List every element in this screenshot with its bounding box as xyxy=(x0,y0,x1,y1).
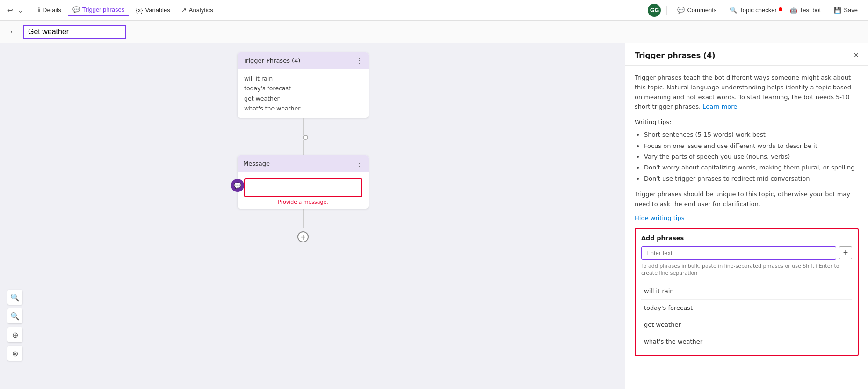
page-title-input[interactable] xyxy=(23,25,126,39)
message-node: Message ⋮ 💬 Provide a message. xyxy=(238,155,369,209)
details-label: Details xyxy=(43,7,61,14)
bulk-hint: To add phrases in bulk, paste in line-se… xyxy=(641,263,852,277)
tip-1: Short sentences (5-15 words) work best xyxy=(644,129,859,140)
details-tab[interactable]: ℹ Details xyxy=(33,5,66,15)
panel-description-text: Trigger phrases teach the bot different … xyxy=(635,74,851,110)
trigger-phrase-2: today's forecast xyxy=(244,83,362,93)
tip-2: Focus on one issue and use different wor… xyxy=(644,140,859,151)
trigger-phrase-3: get weather xyxy=(244,94,362,103)
trigger-phrase-4: what's the weather xyxy=(244,103,362,113)
add-step-button[interactable]: + xyxy=(297,231,309,242)
comments-icon: 💬 xyxy=(677,7,685,14)
page-title-bar: ← xyxy=(0,21,868,43)
topic-checker-label: Topic checker xyxy=(739,7,776,14)
canvas-area[interactable]: Trigger Phrases (4) ⋮ will it rain today… xyxy=(0,43,625,389)
panel-phrase-4: what's the weather xyxy=(641,333,852,350)
stop-button[interactable]: ⊗ xyxy=(7,346,22,361)
undo-button[interactable]: ↩ xyxy=(6,5,15,16)
topic-checker-icon: 🔍 xyxy=(730,7,737,14)
panel-title: Trigger phrases (4) xyxy=(635,51,716,60)
right-panel: Trigger phrases (4) × Trigger phrases te… xyxy=(625,43,868,389)
locate-button[interactable]: ⊕ xyxy=(7,327,22,342)
trigger-node-title: Trigger Phrases (4) xyxy=(243,57,300,64)
details-icon: ℹ xyxy=(38,7,40,14)
connector-dot-1 xyxy=(303,135,308,140)
zoom-in-icon: 🔍 xyxy=(10,293,20,302)
topic-checker-button[interactable]: 🔍 Topic checker xyxy=(725,5,781,15)
trigger-phrases-node: Trigger Phrases (4) ⋮ will it rain today… xyxy=(238,52,369,118)
add-phrases-title: Add phrases xyxy=(641,235,852,242)
message-node-menu-button[interactable]: ⋮ xyxy=(355,159,363,168)
message-node-body: 💬 xyxy=(238,172,369,199)
panel-body: Trigger phrases teach the bot different … xyxy=(625,66,868,364)
comments-label: Comments xyxy=(687,7,716,14)
message-node-title: Message xyxy=(243,160,270,167)
toolbar-right: GG 💬 Comments 🔍 Topic checker 🤖 Test bot… xyxy=(648,4,862,17)
test-bot-icon: 🤖 xyxy=(790,7,797,14)
add-phrases-box: Add phrases + To add phrases in bulk, pa… xyxy=(635,228,859,356)
comments-button[interactable]: 💬 Comments xyxy=(673,5,721,15)
variables-icon: {x} xyxy=(136,7,143,14)
connector-1 xyxy=(303,118,304,155)
redo-icon: ⌄ xyxy=(18,7,23,14)
panel-phrase-1: will it rain xyxy=(641,283,852,300)
tip-4: Don't worry about capitalizing words, ma… xyxy=(644,162,859,173)
unique-note: Trigger phrases should be unique to this… xyxy=(635,190,859,209)
left-tools: 🔍 🔍 ⊕ ⊗ xyxy=(7,290,22,361)
main-layout: Trigger Phrases (4) ⋮ will it rain today… xyxy=(0,43,868,389)
toolbar-left: ↩ ⌄ ℹ Details 💬 Trigger phrases {x} Vari… xyxy=(6,4,646,16)
trigger-icon: 💬 xyxy=(72,6,80,13)
notification-dot xyxy=(779,7,782,11)
test-bot-button[interactable]: 🤖 Test bot xyxy=(785,5,826,15)
phrase-add-button[interactable]: + xyxy=(839,246,852,259)
message-input-box[interactable] xyxy=(244,178,362,197)
flow-container: Trigger Phrases (4) ⋮ will it rain today… xyxy=(238,52,369,246)
connector-line-2 xyxy=(303,140,304,155)
variables-tab[interactable]: {x} Variables xyxy=(131,5,174,15)
writing-tips-list: Short sentences (5-15 words) work best F… xyxy=(635,129,859,184)
locate-icon: ⊕ xyxy=(12,330,18,339)
learn-more-link[interactable]: Learn more xyxy=(702,103,737,110)
zoom-out-button[interactable]: 🔍 xyxy=(7,308,22,323)
redo-button[interactable]: ⌄ xyxy=(16,5,25,16)
phrase-input[interactable] xyxy=(641,246,836,260)
trigger-phrases-label: Trigger phrases xyxy=(82,6,125,13)
message-icon: 💬 xyxy=(231,179,244,192)
tip-3: Vary the parts of speech you use (nouns,… xyxy=(644,151,859,162)
zoom-in-button[interactable]: 🔍 xyxy=(7,290,22,305)
analytics-label: Analytics xyxy=(189,7,213,14)
divider-1 xyxy=(29,6,29,15)
message-error: Provide a message. xyxy=(238,199,369,209)
hide-tips-link[interactable]: Hide writing tips xyxy=(635,214,684,221)
toolbar: ↩ ⌄ ℹ Details 💬 Trigger phrases {x} Vari… xyxy=(0,0,868,21)
panel-phrase-3: get weather xyxy=(641,316,852,333)
bottom-connector: + xyxy=(297,209,309,246)
trigger-phrase-1: will it rain xyxy=(244,73,362,83)
panel-phrase-2: today's forecast xyxy=(641,300,852,316)
trigger-node-header: Trigger Phrases (4) ⋮ xyxy=(238,52,369,69)
analytics-icon: ↗ xyxy=(181,7,187,14)
avatar: GG xyxy=(648,4,661,17)
divider-2 xyxy=(666,6,667,15)
panel-header: Trigger phrases (4) × xyxy=(625,43,868,66)
save-icon: 💾 xyxy=(834,7,841,14)
connector-line-1 xyxy=(303,118,304,135)
save-button[interactable]: 💾 Save xyxy=(829,5,862,15)
panel-close-button[interactable]: × xyxy=(854,51,859,60)
back-button[interactable]: ← xyxy=(7,26,19,38)
trigger-phrases-tab[interactable]: 💬 Trigger phrases xyxy=(68,4,130,16)
bottom-line xyxy=(303,209,304,228)
analytics-tab[interactable]: ↗ Analytics xyxy=(177,5,218,15)
message-node-header: Message ⋮ xyxy=(238,155,369,172)
undo-icon: ↩ xyxy=(7,7,13,14)
phrase-input-row: + xyxy=(641,246,852,260)
panel-description: Trigger phrases teach the bot different … xyxy=(635,73,859,112)
save-label: Save xyxy=(844,7,858,14)
stop-icon: ⊗ xyxy=(12,349,18,358)
test-bot-label: Test bot xyxy=(800,7,821,14)
tip-5: Don't use trigger phrases to redirect mi… xyxy=(644,173,859,184)
trigger-node-menu-button[interactable]: ⋮ xyxy=(355,56,363,65)
variables-label: Variables xyxy=(145,7,170,14)
zoom-out-icon: 🔍 xyxy=(10,312,20,321)
writing-tips-title: Writing tips: xyxy=(635,118,859,125)
